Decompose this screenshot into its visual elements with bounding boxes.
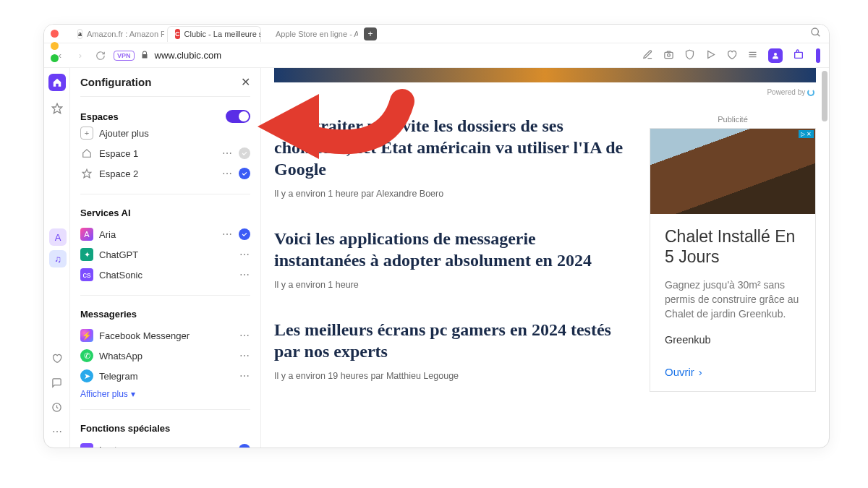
- article-title: Les meilleurs écrans pc gamers en 2024 t…: [274, 319, 628, 362]
- tab-apple[interactable]: Apple Store en ligne - A: [264, 26, 358, 42]
- browser-window: a Amazon.fr : Amazon Prim C Clubic - La …: [43, 24, 830, 448]
- check-icon[interactable]: [239, 168, 250, 179]
- more-icon[interactable]: ⋯: [239, 350, 250, 361]
- shield-icon[interactable]: [684, 49, 695, 62]
- camera-icon[interactable]: [663, 49, 674, 62]
- more-icon[interactable]: ⋯: [222, 168, 233, 179]
- add-label: Ajouter plus: [99, 128, 149, 139]
- extensions-icon[interactable]: [793, 48, 804, 62]
- article-list: Pour traiter plus vite les dossiers de s…: [274, 115, 628, 410]
- messageries-heading: Messageries: [80, 309, 250, 320]
- sidebar-toggle[interactable]: [816, 48, 820, 63]
- ad-brand: Greenkub: [665, 334, 801, 346]
- ad-image: ▷✕: [650, 129, 815, 214]
- maximize-window[interactable]: [51, 54, 59, 62]
- svg-line-1: [817, 34, 820, 36]
- close-window[interactable]: [51, 30, 59, 38]
- messenger-icon: ⚡: [80, 329, 93, 342]
- ad-label: Publicité: [650, 115, 816, 124]
- history-rail-icon[interactable]: [48, 398, 66, 416]
- add-espace-button[interactable]: + Ajouter plus: [80, 123, 250, 143]
- article-meta: Il y a environ 19 heures par Matthieu Le…: [274, 371, 628, 381]
- fonction-label: Lecteur: [99, 445, 130, 448]
- lecteur-item[interactable]: ⊕ Lecteur ⋯: [80, 440, 250, 448]
- chatgpt-icon: ✦: [80, 248, 93, 261]
- article-title: Pour traiter plus vite les dossiers de s…: [274, 115, 628, 180]
- espace-1[interactable]: Espace 1 ⋯: [80, 143, 250, 163]
- scrollbar[interactable]: [822, 71, 827, 121]
- profile-button[interactable]: [768, 48, 783, 63]
- ad-close-icon[interactable]: ▷✕: [799, 130, 814, 138]
- favicon-clubic: C: [175, 29, 180, 39]
- float-rail: A ♫: [49, 228, 67, 267]
- ai-sidebar-icon[interactable]: A: [49, 228, 67, 246]
- check-icon[interactable]: [239, 444, 250, 448]
- menu-icon[interactable]: [747, 49, 758, 62]
- service-chatgpt[interactable]: ✦ ChatGPT ⋯: [80, 244, 250, 265]
- telegram-item[interactable]: ➤ Telegram ⋯: [80, 366, 250, 386]
- space-icon: [80, 167, 93, 180]
- service-aria[interactable]: A Aria ⋯: [80, 224, 250, 244]
- more-icon[interactable]: ⋯: [222, 444, 233, 448]
- msg-label: Telegram: [99, 371, 137, 382]
- more-icon[interactable]: ⋯: [239, 370, 250, 382]
- forward-button[interactable]: ›: [73, 48, 88, 63]
- check-icon[interactable]: [239, 228, 250, 240]
- espaces-toggle[interactable]: [226, 110, 250, 123]
- chat-rail-icon[interactable]: [48, 374, 66, 391]
- play-icon[interactable]: [705, 49, 716, 62]
- vpn-badge[interactable]: VPN: [114, 51, 135, 61]
- service-label: Aria: [99, 229, 116, 240]
- tab-label: Apple Store en ligne - A: [276, 30, 358, 38]
- reader-icon: ⊕: [80, 443, 93, 448]
- window-traffic-lights: [51, 30, 59, 62]
- show-more-button[interactable]: Afficher plus ▾: [80, 389, 250, 399]
- config-panel: Configuration ✕ Espaces + Ajouter plus E…: [70, 68, 261, 448]
- chatsonic-icon: cs: [80, 268, 93, 281]
- ad-card[interactable]: ▷✕ Chalet Installé En 5 Jours Gagnez jus…: [650, 128, 816, 392]
- more-icon[interactable]: ⋯: [222, 228, 233, 240]
- article-3[interactable]: Les meilleurs écrans pc gamers en 2024 t…: [274, 319, 628, 381]
- reload-button[interactable]: [93, 48, 108, 63]
- more-icon[interactable]: ⋯: [239, 249, 250, 260]
- article-1[interactable]: Pour traiter plus vite les dossiers de s…: [274, 115, 628, 199]
- url-text[interactable]: www.clubic.com: [155, 50, 637, 61]
- more-icon[interactable]: ⋯: [239, 269, 250, 281]
- ad-title: Chalet Installé En 5 Jours: [665, 227, 801, 267]
- page-main: Powered by Pour traiter plus vite les do…: [261, 68, 829, 448]
- svg-marker-10: [52, 103, 61, 113]
- more-icon[interactable]: ⋯: [239, 330, 250, 341]
- new-tab-button[interactable]: +: [364, 27, 377, 40]
- music-sidebar-icon[interactable]: ♫: [49, 250, 67, 267]
- check-icon[interactable]: [239, 147, 250, 159]
- compose-icon[interactable]: [642, 49, 653, 62]
- ad-column: Publicité ▷✕ Chalet Installé En 5 Jours …: [650, 115, 816, 410]
- search-tabs-icon[interactable]: [810, 27, 822, 41]
- svg-point-8: [774, 53, 777, 56]
- service-label: ChatSonic: [99, 270, 142, 281]
- minimize-window[interactable]: [51, 42, 59, 50]
- tab-clubic[interactable]: C Clubic - La meilleure so: [167, 26, 261, 42]
- svg-marker-12: [82, 169, 91, 178]
- messenger-item[interactable]: ⚡ Facebook Messenger ⋯: [80, 325, 250, 346]
- star-icon[interactable]: [48, 100, 66, 117]
- heart-rail-icon[interactable]: [48, 349, 66, 367]
- more-rail-icon[interactable]: ⋯: [48, 423, 66, 440]
- close-panel-button[interactable]: ✕: [241, 75, 250, 89]
- espace-2[interactable]: Espace 2 ⋯: [80, 163, 250, 184]
- home-icon[interactable]: [48, 74, 66, 91]
- svg-point-3: [668, 53, 671, 56]
- favicon-amazon: a: [77, 29, 82, 39]
- whatsapp-item[interactable]: ✆ WhatsApp ⋯: [80, 346, 250, 366]
- panel-title: Configuration: [80, 76, 151, 88]
- svg-marker-4: [708, 51, 715, 58]
- tab-amazon[interactable]: a Amazon.fr : Amazon Prim: [70, 26, 164, 42]
- ad-cta[interactable]: Ouvrir ›: [665, 366, 801, 378]
- toolbar-right: [642, 48, 820, 63]
- msg-label: Facebook Messenger: [99, 330, 190, 341]
- heart-icon[interactable]: [726, 49, 737, 62]
- more-icon[interactable]: ⋯: [222, 147, 233, 159]
- hero-image: [274, 68, 816, 82]
- article-2[interactable]: Voici les applications de messagerie ins…: [274, 228, 628, 290]
- service-chatsonic[interactable]: cs ChatSonic ⋯: [80, 265, 250, 285]
